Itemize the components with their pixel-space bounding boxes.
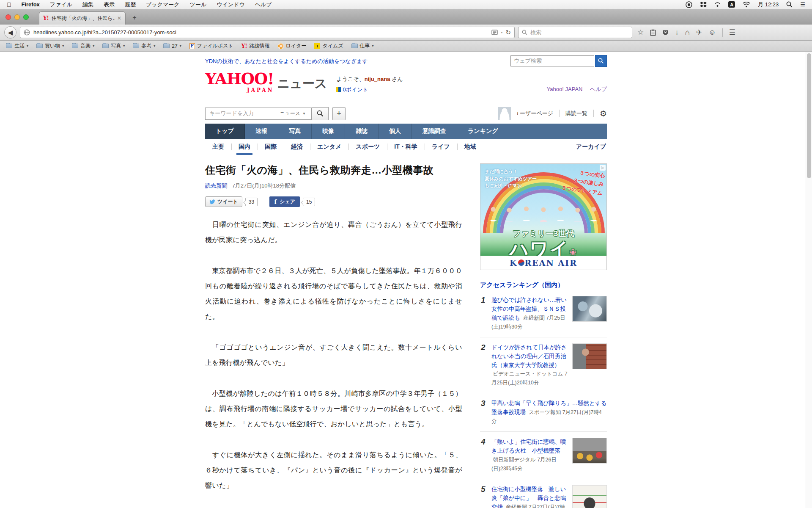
menubar-app-name[interactable]: Firefox: [22, 1, 40, 8]
subnav-life[interactable]: ライフ: [425, 139, 457, 155]
bookmark-transit[interactable]: Y!路線情報: [241, 42, 270, 50]
ydn-promo-link[interactable]: YDNの技術で、あなたと社会をよくするための活動をつなぎます: [205, 58, 368, 64]
pocket-icon[interactable]: [662, 29, 669, 36]
back-button[interactable]: ◀: [4, 26, 16, 39]
input-source-icon[interactable]: A: [728, 1, 735, 8]
url-text[interactable]: headlines.yahoo.co.jp/hl?a=20150727-0005…: [33, 29, 488, 36]
home-icon[interactable]: ⌂: [685, 28, 690, 37]
tweet-button[interactable]: ツイート: [205, 196, 242, 207]
ranking-link[interactable]: 「熱いよ」住宅街に悲鳴、噴き上げる火柱 小型機墜落: [491, 439, 566, 454]
ranking-thumbnail[interactable]: [572, 438, 607, 464]
menu-view[interactable]: 表示: [104, 1, 115, 8]
menubar-clock[interactable]: 月 12:23: [758, 1, 779, 8]
tab-flash[interactable]: 速報: [245, 124, 278, 139]
adchoices-icon[interactable]: ▷: [600, 165, 606, 171]
tab-poll[interactable]: 意識調査: [412, 124, 457, 139]
gear-icon[interactable]: ⚙: [600, 109, 607, 119]
bookmark-folder-photo[interactable]: 写真▾: [102, 42, 125, 50]
web-search-input[interactable]: ウェブ検索: [510, 55, 594, 66]
news-search-button[interactable]: [312, 107, 329, 120]
new-tab-button[interactable]: +: [129, 13, 140, 23]
subnav-sports[interactable]: スポーツ: [348, 139, 387, 155]
yahoo-japan-link[interactable]: Yahoo! JAPAN: [547, 86, 583, 92]
reload-icon[interactable]: ↻: [505, 29, 511, 36]
korean-air-ad-banner[interactable]: まだ間に合う！ 夏休みのおすすめツアー もご紹介～(*´∀`)♪ ３つの安心 ３…: [480, 163, 607, 270]
url-bar[interactable]: headlines.yahoo.co.jp/hl?a=20150727-0005…: [20, 27, 515, 38]
reader-mode-icon[interactable]: [491, 30, 498, 35]
zoom-window-button[interactable]: [23, 14, 29, 20]
clipboard-icon[interactable]: [650, 29, 656, 36]
ranking-thumbnail[interactable]: [572, 343, 607, 369]
bookmark-times[interactable]: Tタイムズ: [314, 42, 343, 50]
tab-magazine[interactable]: 雑誌: [345, 124, 379, 139]
airport-icon[interactable]: [714, 2, 721, 7]
share-count[interactable]: 15: [303, 198, 315, 206]
menu-file[interactable]: ファイル: [50, 1, 72, 8]
tab-ranking[interactable]: ランキング: [457, 124, 509, 139]
bookmark-folder-27[interactable]: 27▾: [163, 43, 181, 49]
bookmark-folder-work[interactable]: 仕事▾: [351, 42, 374, 50]
subscription-link[interactable]: 購読一覧: [565, 110, 587, 117]
tweet-count[interactable]: 33: [245, 198, 258, 206]
minimize-window-button[interactable]: [14, 14, 20, 20]
facebook-share-button[interactable]: f シェア: [269, 196, 300, 207]
creative-cloud-icon[interactable]: [686, 1, 692, 8]
scrollbar[interactable]: [806, 52, 812, 508]
bookmark-filepost[interactable]: Fファイルポスト: [189, 42, 233, 50]
bookmark-reuters[interactable]: ロイター: [278, 42, 307, 50]
subnav-it-science[interactable]: IT・科学: [387, 139, 424, 155]
keyword-search-input[interactable]: キーワードを入力 ニュース ▼: [205, 108, 312, 120]
menu-hamburger-icon[interactable]: ☰: [729, 28, 735, 37]
tab-top[interactable]: トップ: [205, 124, 245, 139]
bookmark-star-icon[interactable]: ☆: [637, 28, 644, 37]
browser-tab[interactable]: Y! 住宅街「火の海」、住民ら... ✕: [39, 11, 126, 25]
chevron-down-icon: ▾: [154, 44, 155, 48]
menu-tools[interactable]: ツール: [190, 1, 207, 8]
menu-edit[interactable]: 編集: [82, 1, 93, 8]
bookmark-folder-shopping[interactable]: 買い物▾: [36, 42, 64, 50]
points-link[interactable]: 0ポイント: [343, 86, 368, 94]
tab-close-icon[interactable]: ✕: [117, 15, 121, 21]
yahoo-japan-logo[interactable]: YAHOO! JAPAN: [205, 71, 274, 93]
ranking-thumbnail[interactable]: [572, 296, 607, 322]
bookmark-folder-music[interactable]: 音楽▾: [72, 42, 94, 50]
bookmark-folder-reference[interactable]: 参考▾: [133, 42, 155, 50]
subnav-economy[interactable]: 経済: [284, 139, 310, 155]
scrollbar-thumb[interactable]: [807, 53, 811, 178]
url-dropdown-icon[interactable]: ▾: [501, 30, 502, 34]
share-icon[interactable]: ✈: [696, 28, 702, 37]
ranking-thumbnail[interactable]: [572, 485, 607, 508]
tab-personal[interactable]: 個人: [379, 124, 412, 139]
subnav-entertainment[interactable]: エンタメ: [310, 139, 348, 155]
dropbox-icon[interactable]: [700, 1, 707, 8]
wifi-icon[interactable]: [743, 2, 750, 8]
menu-bookmarks[interactable]: ブックマーク: [146, 1, 180, 8]
notification-center-icon[interactable]: ☰: [800, 1, 805, 8]
tab-photo[interactable]: 写真: [278, 124, 312, 139]
menu-history[interactable]: 履歴: [125, 1, 136, 8]
web-search-button[interactable]: [595, 55, 607, 67]
apple-icon[interactable]: : [7, 1, 11, 8]
search-category-dropdown[interactable]: ニュース ▼: [280, 110, 307, 117]
menu-help[interactable]: ヘルプ: [255, 1, 272, 8]
downloads-icon[interactable]: ↓: [675, 28, 679, 37]
browser-search-field[interactable]: 検索: [518, 27, 632, 38]
subnav-local[interactable]: 地域: [457, 139, 483, 155]
spotlight-icon[interactable]: [786, 1, 793, 8]
tab-video[interactable]: 映像: [312, 124, 345, 139]
archive-link[interactable]: アーカイブ: [576, 143, 606, 151]
menu-window[interactable]: ウインドウ: [217, 1, 245, 8]
subnav-main[interactable]: 主要: [205, 139, 231, 155]
subnav-world[interactable]: 国際: [258, 139, 284, 155]
feedback-smiley-icon[interactable]: ☺: [708, 28, 716, 37]
add-button[interactable]: +: [332, 107, 346, 120]
help-link[interactable]: ヘルプ: [590, 86, 607, 92]
ranking-title[interactable]: アクセスランキング（国内）: [480, 281, 607, 289]
bookmark-folder-life[interactable]: 生活▾: [6, 42, 28, 50]
subnav-domestic[interactable]: 国内: [231, 139, 258, 155]
source-link[interactable]: 読売新聞: [205, 182, 227, 189]
avatar[interactable]: [498, 107, 511, 120]
ranking-link[interactable]: ドイツが許されて日本が許されない本当の理由／石田勇治氏（東京大学大学院教授）: [491, 344, 567, 368]
user-page-link[interactable]: ユーザーページ: [514, 110, 553, 117]
close-window-button[interactable]: [5, 14, 11, 20]
